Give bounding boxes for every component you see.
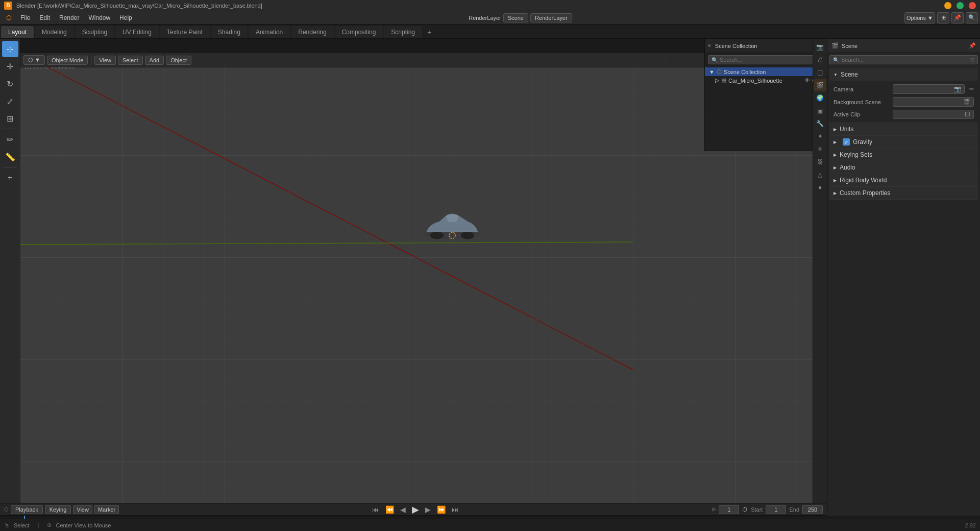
pin-btn[interactable]: 📌 <box>951 12 964 23</box>
tab-modeling[interactable]: Modeling <box>35 26 74 38</box>
props-icon-constraints[interactable]: ⛓ <box>814 156 826 168</box>
tab-animation[interactable]: Animation <box>249 26 290 38</box>
props-icon-output[interactable]: 🖨 <box>814 54 826 66</box>
view-btn[interactable]: View <box>73 505 92 514</box>
section-units-header[interactable]: ▶ Units <box>829 123 978 135</box>
maximize-button[interactable] <box>957 2 964 9</box>
scene-collection-expand[interactable]: ▼ <box>709 69 715 75</box>
props-icon-particles[interactable]: ✦ <box>814 130 826 142</box>
marker-btn[interactable]: Marker <box>94 505 119 514</box>
toolbar-divider-2 <box>3 167 17 167</box>
props-icon-data[interactable]: △ <box>814 168 826 181</box>
tab-layout[interactable]: Layout <box>1 26 34 38</box>
timeline-type-icon[interactable]: ⬡ <box>4 506 9 512</box>
section-keying-sets-header[interactable]: ▶ Keying Sets <box>829 149 978 161</box>
car-item-expand[interactable]: ▷ <box>715 77 719 84</box>
tool-transform[interactable]: ⊞ <box>2 110 18 127</box>
end-frame-input[interactable]: 250 <box>802 505 823 514</box>
tab-texture-paint[interactable]: Texture Paint <box>160 26 210 38</box>
current-frame-display[interactable]: 1 <box>719 505 739 514</box>
background-scene-label: Background Scene <box>834 99 890 105</box>
renderlayer-selector[interactable]: RenderLayer <box>530 13 572 22</box>
menu-blender[interactable]: ⬡ <box>2 13 15 22</box>
tool-scale[interactable]: ⤢ <box>2 93 18 109</box>
tool-rotate[interactable]: ↻ <box>2 76 18 92</box>
props-icon-material[interactable]: ● <box>814 181 826 194</box>
next-keyframe[interactable]: ⏩ <box>435 505 447 514</box>
props-icon-world[interactable]: 🌍 <box>814 92 826 104</box>
clip-icon[interactable]: 🎞 <box>965 111 970 117</box>
tab-uv-editing[interactable]: UV Editing <box>115 26 159 38</box>
playback-dropdown[interactable]: Playback <box>11 505 43 514</box>
tool-cursor[interactable]: ⊹ <box>2 41 18 57</box>
scene-selector[interactable]: Scene <box>503 13 528 22</box>
timeline-right-controls: ⊙ 1 ⏱ Start 1 End 250 <box>712 505 823 514</box>
section-audio-triangle: ▶ <box>834 165 837 170</box>
camera-icon[interactable]: 📷 <box>954 86 961 92</box>
props-search-options[interactable]: ▽ <box>970 57 974 63</box>
play-button[interactable]: ▶ <box>410 504 421 515</box>
props-icon-object[interactable]: ▣ <box>814 105 826 117</box>
tool-add[interactable]: + <box>2 170 18 186</box>
props-icon-view-layer[interactable]: ◫ <box>814 66 826 79</box>
section-custom-properties-header[interactable]: ▶ Custom Properties <box>829 187 978 199</box>
background-scene-value[interactable]: 🎬 <box>893 97 974 107</box>
jump-to-start[interactable]: ⏮ <box>371 505 381 514</box>
menu-window[interactable]: Window <box>84 13 114 22</box>
outliner-search-input[interactable] <box>720 57 820 63</box>
menu-help[interactable]: Help <box>115 13 136 22</box>
view-menu[interactable]: View <box>94 56 116 65</box>
keying-dropdown[interactable]: Keying <box>45 505 71 514</box>
outliner-item-car[interactable]: ▷ ▤ Car_Micro_Silhouette 👁 ⊙ ◎ <box>705 76 827 85</box>
section-gravity-header[interactable]: ▶ ✓ Gravity <box>829 136 978 148</box>
close-button[interactable] <box>969 2 976 9</box>
next-frame[interactable]: ▶ <box>424 505 432 514</box>
tool-measure[interactable]: 📏 <box>2 149 18 165</box>
menu-file[interactable]: File <box>16 13 34 22</box>
editor-type-dropdown[interactable]: ⬡ ▼ <box>23 55 45 65</box>
props-icon-modifier[interactable]: 🔧 <box>814 117 826 130</box>
props-icon-scene[interactable]: 🎬 <box>814 79 826 91</box>
tool-move[interactable]: ✛ <box>2 58 18 75</box>
mode-dropdown[interactable]: Object Mode <box>47 56 88 65</box>
props-search-input[interactable] <box>841 57 968 63</box>
section-audio-header[interactable]: ▶ Audio <box>829 161 978 174</box>
minimize-button[interactable] <box>944 2 951 9</box>
start-frame-input[interactable]: 1 <box>766 505 786 514</box>
add-workspace-button[interactable]: + <box>423 26 435 38</box>
tool-annotate[interactable]: ✏ <box>2 131 18 148</box>
tab-shading[interactable]: Shading <box>211 26 248 38</box>
section-scene: ▼ Scene Camera 📷 ✏ Background Scene � <box>829 68 978 123</box>
tab-sculpting[interactable]: Sculpting <box>75 26 114 38</box>
scene-collection-icon: ⬡ <box>717 68 722 75</box>
menu-render[interactable]: Render <box>55 13 83 22</box>
search-topbar-btn[interactable]: 🔍 <box>966 12 978 23</box>
props-icon-render[interactable]: 📷 <box>814 41 826 53</box>
outliner-item-scene-collection[interactable]: ▼ ⬡ Scene Collection <box>705 67 827 76</box>
select-menu[interactable]: Select <box>118 56 143 65</box>
add-menu[interactable]: Add <box>145 56 164 65</box>
menu-edit[interactable]: Edit <box>35 13 54 22</box>
section-scene-header[interactable]: ▼ Scene <box>829 68 978 81</box>
toolbar-divider-1 <box>3 129 17 129</box>
menu-bar: ⬡ File Edit Render Window Help RenderLay… <box>0 11 980 25</box>
active-clip-value[interactable]: 🎞 <box>893 110 974 119</box>
prev-keyframe[interactable]: ⏪ <box>384 505 396 514</box>
camera-edit-btn[interactable]: ✏ <box>969 86 974 92</box>
props-icon-physics[interactable]: ⚛ <box>814 143 826 155</box>
object-menu[interactable]: Object <box>166 56 191 65</box>
car-visibility-icon[interactable]: 👁 <box>804 77 810 84</box>
car-model <box>422 204 483 245</box>
gravity-checkbox[interactable]: ✓ <box>843 138 850 146</box>
tab-scripting[interactable]: Scripting <box>384 26 422 38</box>
scene-pin-btn[interactable]: 📌 <box>969 42 976 49</box>
tab-compositing[interactable]: Compositing <box>335 26 383 38</box>
tab-rendering[interactable]: Rendering <box>291 26 333 38</box>
options-button[interactable]: Options ▼ <box>904 12 935 23</box>
editor-type-btn[interactable]: ⊞ <box>937 12 949 23</box>
bg-icon[interactable]: 🎬 <box>963 99 970 105</box>
section-rigid-body-world-header[interactable]: ▶ Rigid Body World <box>829 174 978 186</box>
camera-value[interactable]: 📷 <box>893 84 965 94</box>
prev-frame[interactable]: ◀ <box>399 505 407 514</box>
jump-to-end[interactable]: ⏭ <box>450 505 460 514</box>
